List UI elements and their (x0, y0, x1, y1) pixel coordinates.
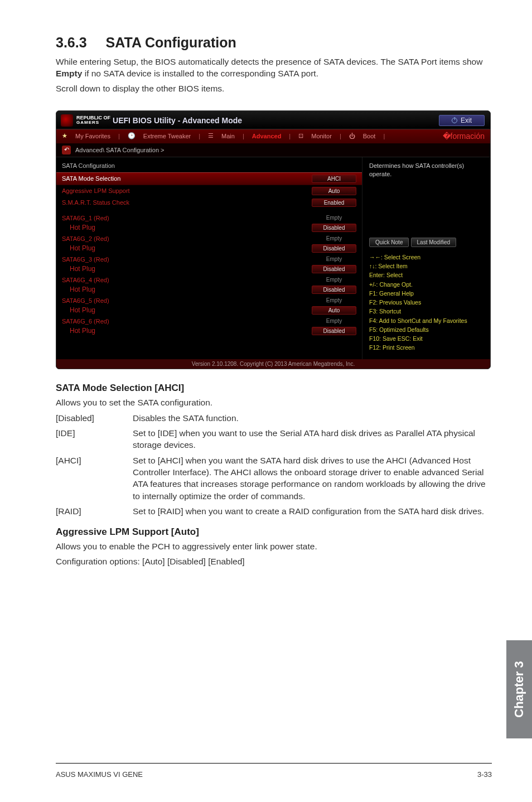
star-icon: ★ (62, 132, 67, 139)
divider-icon: | (243, 133, 244, 139)
footer-product: ASUS MAXIMUS VI GENE (56, 770, 143, 779)
brand-line2: GAMERS (76, 120, 110, 125)
exit-button[interactable]: Exit (439, 115, 485, 126)
port-name: SATA6G_4 (Red) (62, 277, 312, 283)
port-status: Empty (312, 318, 356, 324)
port-name-row: SATA6G_1 (Red) Empty (56, 213, 362, 223)
port-hotplug-row[interactable]: Hot Plug Disabled (56, 285, 362, 296)
back-icon[interactable]: ↶ (62, 146, 71, 154)
setting-value[interactable]: Auto (312, 187, 356, 195)
setting-smart-status[interactable]: S.M.A.R.T. Status Check Enabled (56, 197, 362, 209)
port-hotplug-row[interactable]: Hot Plug Disabled (56, 326, 362, 337)
help-line: F2: Previous Values (369, 298, 485, 307)
option-row: [Disabled] Disables the SATA function. (56, 412, 492, 424)
bios-left-pane: SATA Configuration SATA Mode Selection A… (56, 157, 362, 359)
divider-icon: | (118, 133, 120, 139)
divider-icon: | (289, 133, 291, 139)
bios-tabbar: ★ My Favorites | 🕑 Extreme Tweaker | ☰ M… (56, 129, 490, 143)
bios-body: SATA Configuration SATA Mode Selection A… (56, 157, 490, 359)
hotplug-label: Hot Plug (70, 286, 312, 293)
help-line: F5: Optimized Defaults (369, 325, 485, 334)
port-group: SATA6G_2 (Red) Empty Hot Plug Disabled (56, 234, 362, 254)
port-name: SATA6G_6 (Red) (62, 318, 312, 325)
hotplug-value[interactable]: Disabled (312, 224, 356, 232)
tab-main[interactable]: Main (221, 133, 235, 139)
power-icon (452, 118, 457, 123)
port-group: SATA6G_4 (Red) Empty Hot Plug Disabled (56, 275, 362, 296)
option-row: [AHCI] Set to [AHCI] when you want the S… (56, 455, 492, 503)
hw-switch-icon[interactable]: �formación (443, 132, 485, 141)
tab-extreme-tweaker[interactable]: Extreme Tweaker (143, 133, 191, 139)
port-status: Empty (312, 256, 356, 262)
hotplug-label: Hot Plug (70, 224, 312, 231)
bios-right-pane: Determines how SATA controller(s) operat… (362, 157, 490, 359)
intro-paragraph-1: While entering Setup, the BIOS automatic… (56, 56, 492, 80)
clock-icon: 🕑 (128, 132, 136, 139)
section-number: 3.6.3 (56, 35, 87, 51)
port-hotplug-row[interactable]: Hot Plug Disabled (56, 223, 362, 234)
bios-window: REPUBLIC OF GAMERS UEFI BIOS Utility - A… (56, 110, 491, 369)
tab-monitor[interactable]: Monitor (311, 133, 332, 139)
chapter-tab: Chapter 3 (506, 640, 532, 738)
port-name: SATA6G_2 (Red) (62, 235, 312, 242)
sub1-intro: Allows you to set the SATA configuration… (56, 397, 492, 409)
setting-value[interactable]: AHCI (312, 175, 356, 183)
sub2-line1: Allows you to enable the PCH to aggressi… (56, 541, 492, 553)
port-name-row: SATA6G_4 (Red) Empty (56, 275, 362, 285)
port-name-row: SATA6G_5 (Red) Empty (56, 296, 362, 306)
section-title-text: SATA Configuration (106, 35, 236, 50)
setting-value[interactable]: Enabled (312, 199, 356, 207)
sub2-line2: Configuration options: [Auto] [Disabled]… (56, 556, 492, 568)
hotplug-value[interactable]: Disabled (312, 244, 356, 253)
bios-titlebar: REPUBLIC OF GAMERS UEFI BIOS Utility - A… (56, 111, 490, 129)
help-line: +/-: Change Opt. (369, 280, 485, 289)
hotplug-value[interactable]: Auto (312, 306, 356, 315)
footer-page-number: 3-33 (477, 770, 492, 779)
port-status: Empty (312, 277, 356, 283)
last-modified-button[interactable]: Last Modified (411, 238, 456, 247)
left-header-label: SATA Configuration (62, 162, 356, 169)
intro-paragraph-2: Scroll down to display the other BIOS it… (56, 83, 492, 95)
setting-sata-mode-selection[interactable]: SATA Mode Selection AHCI (56, 172, 362, 185)
tab-boot[interactable]: Boot (363, 133, 376, 139)
port-hotplug-row[interactable]: Hot Plug Disabled (56, 244, 362, 254)
quick-note-button[interactable]: Quick Note (369, 238, 409, 247)
port-name: SATA6G_3 (Red) (62, 256, 312, 263)
intro-bold: Empty (56, 69, 82, 78)
option-row: [RAID] Set to [RAID] when you want to cr… (56, 505, 492, 517)
divider-icon: | (340, 133, 341, 139)
option-desc: Set to [AHCI] when you want the SATA har… (133, 455, 492, 503)
help-line: F3: Shortcut (369, 307, 485, 316)
tab-advanced[interactable]: Advanced (252, 133, 282, 139)
port-group: SATA6G_6 (Red) Empty Hot Plug Disabled (56, 316, 362, 337)
port-hotplug-row[interactable]: Hot Plug Auto (56, 306, 362, 316)
port-group: SATA6G_1 (Red) Empty Hot Plug Disabled (56, 213, 362, 234)
hotplug-label: Hot Plug (70, 306, 312, 314)
page-footer: ASUS MAXIMUS VI GENE 3-33 (56, 763, 492, 779)
hotplug-value[interactable]: Disabled (312, 286, 356, 294)
hotplug-value[interactable]: Disabled (312, 327, 356, 335)
hotplug-value[interactable]: Disabled (312, 265, 356, 273)
option-key: [RAID] (56, 505, 133, 517)
setting-aggressive-lpm[interactable]: Aggressive LPM Support Auto (56, 185, 362, 197)
option-row: [IDE] Set to [IDE] when you want to use … (56, 427, 492, 451)
help-line: F12: Print Screen (369, 343, 485, 352)
port-status: Empty (312, 235, 356, 241)
option-key: [Disabled] (56, 412, 133, 424)
help-line: Enter: Select (369, 270, 485, 279)
bios-title: UEFI BIOS Utility - Advanced Mode (113, 116, 242, 125)
tab-my-favorites[interactable]: My Favorites (75, 133, 110, 139)
help-line: F1: General Help (369, 289, 485, 298)
left-pane-header: SATA Configuration (56, 161, 362, 172)
brand-text: REPUBLIC OF GAMERS (76, 115, 110, 125)
setting-label: Aggressive LPM Support (62, 187, 312, 194)
monitor-icon: ⊡ (298, 132, 303, 139)
section-heading: 3.6.3SATA Configuration (56, 35, 492, 51)
port-group: SATA6G_5 (Red) Empty Hot Plug Auto (56, 296, 362, 316)
sub1-heading: SATA Mode Selection [AHCI] (56, 383, 492, 394)
port-hotplug-row[interactable]: Hot Plug Disabled (56, 264, 362, 275)
chapter-tab-label: Chapter 3 (512, 661, 526, 717)
breadcrumb-text: Advanced\ SATA Configuration > (75, 147, 165, 153)
port-status: Empty (312, 297, 356, 303)
option-desc: Disables the SATA function. (133, 412, 492, 424)
